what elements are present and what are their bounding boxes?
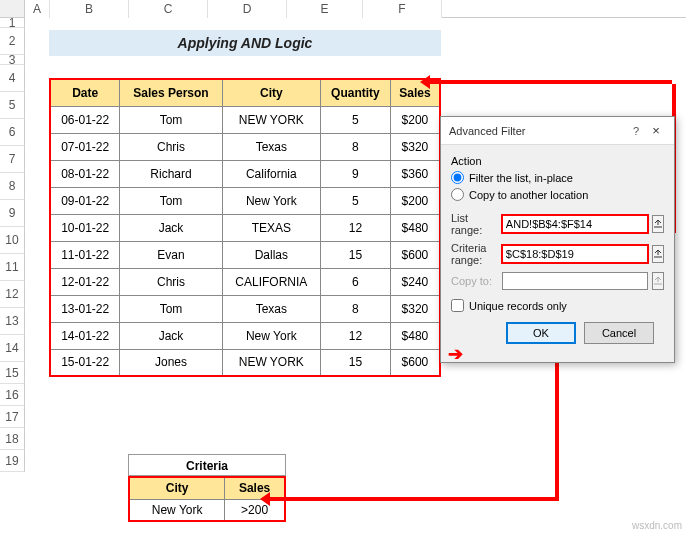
- table-header-row: Date Sales Person City Quantity Sales: [50, 79, 440, 106]
- cell[interactable]: $320: [390, 295, 440, 322]
- header-city[interactable]: City: [222, 79, 320, 106]
- cell[interactable]: 10-01-22: [50, 214, 120, 241]
- cell[interactable]: $600: [390, 241, 440, 268]
- cell[interactable]: $200: [390, 106, 440, 133]
- cell[interactable]: NEW YORK: [222, 106, 320, 133]
- header-date[interactable]: Date: [50, 79, 120, 106]
- row-header-19[interactable]: 19: [0, 450, 25, 472]
- list-range-ref-button[interactable]: [652, 215, 664, 233]
- table-row: 14-01-22JackNew York12$480: [50, 322, 440, 349]
- criteria-header-sales[interactable]: Sales: [225, 477, 285, 499]
- cell[interactable]: Tom: [120, 295, 222, 322]
- col-header-a[interactable]: A: [25, 0, 50, 18]
- cell[interactable]: New York: [222, 322, 320, 349]
- cell[interactable]: 15-01-22: [50, 349, 120, 376]
- cell[interactable]: Dallas: [222, 241, 320, 268]
- radio-copy-another[interactable]: [451, 188, 464, 201]
- cell[interactable]: $320: [390, 133, 440, 160]
- unique-records-checkbox[interactable]: [451, 299, 464, 312]
- cell[interactable]: $480: [390, 214, 440, 241]
- col-header-c[interactable]: C: [129, 0, 208, 18]
- cell[interactable]: $480: [390, 322, 440, 349]
- cell[interactable]: Richard: [120, 160, 222, 187]
- dialog-titlebar[interactable]: Advanced Filter ? ×: [441, 117, 674, 145]
- cell[interactable]: 15: [320, 349, 390, 376]
- cell[interactable]: 12-01-22: [50, 268, 120, 295]
- dialog-close-button[interactable]: ×: [646, 123, 666, 138]
- criteria-city-value[interactable]: New York: [129, 499, 225, 521]
- criteria-header-city[interactable]: City: [129, 477, 225, 499]
- cell[interactable]: Chris: [120, 268, 222, 295]
- cell[interactable]: Chris: [120, 133, 222, 160]
- cell[interactable]: 6: [320, 268, 390, 295]
- criteria-sales-value[interactable]: >200: [225, 499, 285, 521]
- cell[interactable]: NEW YORK: [222, 349, 320, 376]
- row-header-12[interactable]: 12: [0, 281, 25, 308]
- cell[interactable]: Texas: [222, 295, 320, 322]
- list-range-input[interactable]: [502, 215, 648, 233]
- cancel-button[interactable]: Cancel: [584, 322, 654, 344]
- criteria-range-ref-button[interactable]: [652, 245, 664, 263]
- cell[interactable]: 08-01-22: [50, 160, 120, 187]
- cell[interactable]: Tom: [120, 187, 222, 214]
- cell[interactable]: TEXAS: [222, 214, 320, 241]
- row-header-11[interactable]: 11: [0, 254, 25, 281]
- cell[interactable]: Tom: [120, 106, 222, 133]
- col-header-d[interactable]: D: [208, 0, 287, 18]
- row-header-3[interactable]: 3: [0, 55, 25, 65]
- row-header-1[interactable]: 1: [0, 18, 25, 28]
- row-header-15[interactable]: 15: [0, 362, 25, 384]
- dialog-help-button[interactable]: ?: [626, 125, 646, 137]
- cell[interactable]: Evan: [120, 241, 222, 268]
- cell[interactable]: 09-01-22: [50, 187, 120, 214]
- cell[interactable]: 12: [320, 322, 390, 349]
- cell[interactable]: 5: [320, 187, 390, 214]
- row-header-9[interactable]: 9: [0, 200, 25, 227]
- cell[interactable]: $200: [390, 187, 440, 214]
- row-header-14[interactable]: 14: [0, 335, 25, 362]
- cell[interactable]: 11-01-22: [50, 241, 120, 268]
- col-header-e[interactable]: E: [287, 0, 363, 18]
- row-header-4[interactable]: 4: [0, 65, 25, 92]
- row-header-13[interactable]: 13: [0, 308, 25, 335]
- row-header-2[interactable]: 2: [0, 28, 25, 55]
- header-quantity[interactable]: Quantity: [320, 79, 390, 106]
- cell[interactable]: 13-01-22: [50, 295, 120, 322]
- cell[interactable]: 14-01-22: [50, 322, 120, 349]
- cell[interactable]: 9: [320, 160, 390, 187]
- cell[interactable]: California: [222, 160, 320, 187]
- row-header-10[interactable]: 10: [0, 227, 25, 254]
- row-header-5[interactable]: 5: [0, 92, 25, 119]
- header-sales-person[interactable]: Sales Person: [120, 79, 222, 106]
- row-header-7[interactable]: 7: [0, 146, 25, 173]
- cell[interactable]: 07-01-22: [50, 133, 120, 160]
- col-header-b[interactable]: B: [50, 0, 129, 18]
- cell[interactable]: 15: [320, 241, 390, 268]
- cell[interactable]: Jack: [120, 322, 222, 349]
- cell[interactable]: 5: [320, 106, 390, 133]
- cell[interactable]: Jones: [120, 349, 222, 376]
- header-sales[interactable]: Sales: [390, 79, 440, 106]
- radio-filter-in-place[interactable]: [451, 171, 464, 184]
- cell[interactable]: New York: [222, 187, 320, 214]
- cell[interactable]: 06-01-22: [50, 106, 120, 133]
- row-header-16[interactable]: 16: [0, 384, 25, 406]
- row-header-18[interactable]: 18: [0, 428, 25, 450]
- list-range-label: List range:: [451, 212, 498, 236]
- row-header-17[interactable]: 17: [0, 406, 25, 428]
- cell[interactable]: CALIFORNIA: [222, 268, 320, 295]
- cell[interactable]: $600: [390, 349, 440, 376]
- cell[interactable]: $240: [390, 268, 440, 295]
- collapse-icon: [653, 249, 663, 259]
- col-header-f[interactable]: F: [363, 0, 442, 18]
- cell[interactable]: Jack: [120, 214, 222, 241]
- cell[interactable]: $360: [390, 160, 440, 187]
- ok-button[interactable]: OK: [506, 322, 576, 344]
- cell[interactable]: 8: [320, 295, 390, 322]
- criteria-range-input[interactable]: [502, 245, 648, 263]
- row-header-6[interactable]: 6: [0, 119, 25, 146]
- cell[interactable]: 8: [320, 133, 390, 160]
- cell[interactable]: 12: [320, 214, 390, 241]
- cell[interactable]: Texas: [222, 133, 320, 160]
- row-header-8[interactable]: 8: [0, 173, 25, 200]
